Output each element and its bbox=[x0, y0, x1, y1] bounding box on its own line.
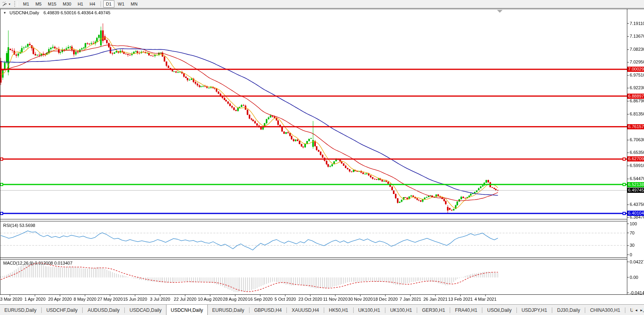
price-line-label: 6.88897 bbox=[627, 94, 644, 99]
date-axis-label: 4 Mar 2021 bbox=[470, 297, 501, 302]
rsi-scale-tick: 0 bbox=[630, 252, 632, 257]
price-axis-tick: 7.19110 bbox=[630, 21, 644, 26]
timeframe-button-h1[interactable]: H1 bbox=[75, 0, 86, 8]
chart-tab-gbpusd-h4[interactable]: GBPUSD,H4 bbox=[250, 305, 286, 315]
tab-scroll-left-icon[interactable]: ◂ bbox=[635, 308, 637, 312]
timeframe-button-h4[interactable]: H4 bbox=[87, 0, 98, 8]
tab-separator bbox=[450, 307, 450, 313]
price-axis-tick: 6.81350 bbox=[630, 111, 644, 117]
rsi-scale-tick: 70 bbox=[630, 230, 634, 236]
tab-separator bbox=[585, 307, 585, 313]
timeframe-button-mn[interactable]: MN bbox=[128, 0, 140, 8]
chart-tab-usdcad-daily[interactable]: USDCAD,Daily bbox=[125, 305, 166, 315]
chart-title: ▼ USDCNH,Daily 6.49839 6.50016 6.49364 6… bbox=[3, 10, 110, 15]
rsi-current-value: 53.5698 bbox=[19, 223, 35, 228]
price-line-label: 6.40104 bbox=[627, 211, 644, 216]
price-axis-tick: 6.86790 bbox=[630, 98, 644, 104]
chart-tab-usdcnh-daily[interactable]: USDCNH,Daily bbox=[166, 304, 208, 315]
price-axis-tick: 7.08230 bbox=[630, 47, 644, 52]
tab-separator bbox=[625, 307, 625, 313]
cursor-tool-icon[interactable] bbox=[1, 1, 9, 7]
macd-label: MACD(12,26,9) 0.012008 0.013407 bbox=[3, 261, 72, 266]
tab-separator bbox=[324, 307, 324, 313]
price-axis-tick: 6.70630 bbox=[630, 137, 644, 142]
chart-tab-hk50-h1[interactable]: HK50,H1 bbox=[325, 305, 353, 315]
tab-separator bbox=[249, 307, 249, 313]
chart-ohlc-values: 6.49839 6.50016 6.49364 6.49745 bbox=[44, 10, 110, 15]
tool-dropdown-icon[interactable]: ▾ bbox=[9, 2, 10, 6]
tab-separator bbox=[552, 307, 552, 313]
current-price-label: 6.49745 bbox=[627, 188, 644, 193]
tab-separator bbox=[516, 307, 517, 313]
chart-symbol-label: USDCNH,Daily bbox=[10, 10, 39, 15]
chart-tab-uk100-h1[interactable]: UK100,H1 bbox=[354, 305, 385, 315]
price-axis-tick: 7.13670 bbox=[630, 34, 644, 39]
chart-tab-xauusd-h4[interactable]: XAUUSD,H4 bbox=[287, 305, 323, 315]
chart-tab-eurusd-daily[interactable]: EURUSD,Daily bbox=[0, 305, 41, 315]
price-line-label: 6.52138 bbox=[627, 182, 644, 187]
timeframe-button-m15[interactable]: M15 bbox=[45, 0, 59, 8]
price-axis-tick: 6.92230 bbox=[630, 85, 644, 90]
chart-tab-eurusd-daily[interactable]: EURUSD,Daily bbox=[208, 305, 249, 315]
chart-canvas[interactable] bbox=[0, 8, 644, 304]
tab-separator bbox=[286, 307, 287, 313]
macd-current-values: 0.012008 0.013407 bbox=[35, 261, 72, 265]
macd-scale-tick: -0.04148 bbox=[630, 290, 644, 296]
toolbar-grip[interactable] bbox=[14, 1, 17, 7]
tab-separator bbox=[41, 307, 42, 313]
chart-tab-dj30-daily[interactable]: DJ30,Daily bbox=[553, 305, 584, 315]
price-axis-tick: 6.43750 bbox=[630, 202, 644, 207]
chart-tab-china300-h1[interactable]: CHINA300,H1 bbox=[586, 305, 625, 315]
macd-scale-tick: 0.00 bbox=[630, 275, 638, 280]
tab-separator bbox=[417, 307, 417, 313]
chart-window: ▼ USDCNH,Daily 6.49839 6.50016 6.49364 6… bbox=[0, 8, 644, 304]
collapse-icon[interactable]: ▼ bbox=[3, 11, 6, 15]
tab-scroll-right-icon[interactable]: ▸ bbox=[640, 308, 642, 312]
macd-scale-tick: 0.042275 bbox=[630, 259, 644, 265]
rsi-scale-tick: 30 bbox=[630, 243, 634, 248]
chart-tab-usdjpy-h1[interactable]: USDJPY,H1 bbox=[517, 305, 551, 315]
rsi-indicator-name: RSI(14) bbox=[3, 223, 18, 228]
timeframe-button-m5[interactable]: M5 bbox=[33, 0, 44, 8]
toolbar-divider bbox=[101, 1, 101, 7]
price-axis-tick: 7.02950 bbox=[630, 60, 644, 65]
tab-separator bbox=[353, 307, 354, 313]
chart-tab-fra40-h1[interactable]: FRA40,H1 bbox=[451, 305, 482, 315]
price-line-label: 6.62709 bbox=[627, 156, 644, 161]
tab-separator bbox=[482, 307, 482, 313]
tab-scroll-controls: ◂ ▸ bbox=[633, 305, 642, 315]
timeframe-button-d1[interactable]: D1 bbox=[103, 0, 114, 8]
rsi-label: RSI(14) 53.5698 bbox=[3, 223, 35, 228]
timeframe-button-m30[interactable]: M30 bbox=[60, 0, 74, 8]
rsi-scale-tick: 100 bbox=[630, 221, 637, 227]
chart-tab-usdchf-daily[interactable]: USDCHF,Daily bbox=[42, 305, 82, 315]
timeframe-button-m1[interactable]: M1 bbox=[20, 0, 32, 8]
price-axis-tick: 6.59910 bbox=[630, 163, 644, 168]
chart-tab-uk100-h1[interactable]: UK100,H1 bbox=[386, 305, 416, 315]
price-axis-tick: 6.54470 bbox=[630, 176, 644, 181]
price-line-label: 7.00029 bbox=[627, 67, 644, 72]
price-axis-tick: 6.97510 bbox=[630, 73, 644, 78]
timeframe-button-w1[interactable]: W1 bbox=[115, 0, 128, 8]
tab-separator bbox=[82, 307, 83, 313]
chart-tab-audusd-daily[interactable]: AUDUSD,Daily bbox=[83, 305, 124, 315]
price-axis-tick: 6.65350 bbox=[630, 150, 644, 155]
price-line-label: 6.76157 bbox=[627, 124, 644, 129]
tab-separator bbox=[124, 307, 125, 313]
macd-indicator-name: MACD(12,26,9) bbox=[3, 261, 33, 265]
tab-separator bbox=[385, 307, 385, 313]
chart-tab-ger30-h1[interactable]: GER30,H1 bbox=[418, 305, 449, 315]
chart-tab-bar: EURUSD,DailyUSDCHF,DailyAUDUSD,DailyUSDC… bbox=[0, 304, 644, 315]
chart-tab-usoil-daily[interactable]: USOil,Daily bbox=[483, 305, 516, 315]
top-toolbar: ▾ M1 M5 M15 M30 H1 H4 D1 W1 MN bbox=[0, 0, 644, 8]
